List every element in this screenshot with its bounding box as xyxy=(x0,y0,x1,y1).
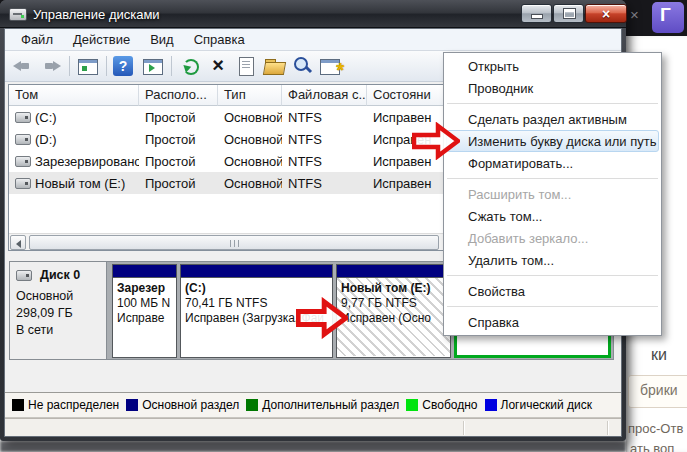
column-header-type[interactable]: Тип xyxy=(218,85,282,106)
statusbar-divider xyxy=(607,421,608,435)
settings-star-icon: * xyxy=(336,59,344,82)
disk-size: 298,09 ГБ xyxy=(16,305,106,322)
column-header-layout[interactable]: Располо... xyxy=(139,85,218,106)
delete-icon[interactable]: × xyxy=(206,54,230,78)
maximize-button[interactable] xyxy=(553,4,584,23)
legend-bar: Не распределен Основной раздел Дополните… xyxy=(5,392,621,418)
menu-item-mark-active[interactable]: Сделать раздел активным xyxy=(446,108,659,130)
disk-name: Диск 0 xyxy=(40,267,80,284)
menu-item-open[interactable]: Открыть xyxy=(446,55,659,77)
back-icon[interactable] xyxy=(11,54,35,78)
menu-item-help[interactable]: Справка xyxy=(184,30,255,49)
page-fragment: ки xyxy=(651,346,667,364)
legend-swatch-free xyxy=(406,399,418,411)
page-fragment: прос-Отв xyxy=(628,421,683,436)
scrollbar-thumb[interactable] xyxy=(29,235,439,250)
legend-item: Логический диск xyxy=(485,398,593,412)
browser-logo-icon[interactable]: Г xyxy=(652,2,684,33)
window-title: Управление дисками xyxy=(33,7,160,22)
disk-drive-icon xyxy=(9,8,27,21)
disk-info[interactable]: Диск 0 Основной 298,09 ГБ В сети xyxy=(10,262,107,359)
page-fragment: ать воп xyxy=(630,441,674,452)
toolbar-separator xyxy=(171,56,172,76)
page-fragment: брики xyxy=(640,382,678,398)
forward-icon[interactable] xyxy=(39,54,63,78)
disk-icon xyxy=(16,270,32,281)
tab-close-icon[interactable]: × xyxy=(630,7,639,22)
disk-status: В сети xyxy=(16,322,106,339)
volume-icon xyxy=(15,112,31,123)
menu-item-explorer[interactable]: Проводник xyxy=(446,77,659,99)
column-header-volume[interactable]: Том xyxy=(9,85,139,106)
legend-item: Дополнительный раздел xyxy=(246,398,399,412)
properties-icon[interactable] xyxy=(234,54,258,78)
minimize-icon xyxy=(532,15,542,18)
menu-item-add-mirror: Добавить зеркало... xyxy=(446,227,659,249)
maximize-icon xyxy=(564,9,575,18)
menu-item-change-drive-letter[interactable]: Изменить букву диска или путь к диску... xyxy=(446,130,659,152)
status-bar xyxy=(5,418,621,436)
menu-separator xyxy=(447,306,658,307)
menu-item-properties[interactable]: Свойства xyxy=(446,280,659,302)
menu-bar: Файл Действие Вид Справка xyxy=(5,29,621,51)
legend-item: Не распределен xyxy=(12,398,119,412)
legend-swatch-unallocated xyxy=(12,399,24,411)
show-console-icon[interactable] xyxy=(141,54,165,78)
volume-icon xyxy=(15,134,31,145)
volume-icon xyxy=(15,178,31,189)
statusbar-divider xyxy=(463,421,464,435)
titlebar[interactable]: Управление дисками × xyxy=(0,0,626,28)
legend-swatch-extended xyxy=(246,399,258,411)
menu-item-format[interactable]: Форматировать... xyxy=(446,152,659,174)
menu-item-view[interactable]: Вид xyxy=(140,30,184,49)
menu-item-extend-volume: Расширить том... xyxy=(446,183,659,205)
settings-icon[interactable]: * xyxy=(318,54,342,78)
toolbar-separator xyxy=(106,56,107,76)
partition-color-band xyxy=(181,265,332,278)
menu-item-action[interactable]: Действие xyxy=(63,30,140,49)
console-window-icon[interactable] xyxy=(76,54,100,78)
legend-item: Основной раздел xyxy=(126,398,239,412)
context-menu: Открыть Проводник Сделать раздел активны… xyxy=(443,52,662,336)
scroll-left-button[interactable] xyxy=(10,235,26,250)
partition-color-band xyxy=(337,265,450,278)
search-icon[interactable] xyxy=(290,54,314,78)
window-shadow xyxy=(0,441,626,452)
close-button[interactable]: × xyxy=(585,4,627,23)
menu-item-help[interactable]: Справка xyxy=(446,311,659,333)
partition-reserved[interactable]: Зарезер 100 МБ N Исправе xyxy=(112,264,177,358)
legend-item: Свободно xyxy=(406,398,477,412)
open-folder-icon[interactable] xyxy=(262,54,286,78)
menu-item-shrink-volume[interactable]: Сжать том... xyxy=(446,205,659,227)
menu-separator xyxy=(447,103,658,104)
refresh-icon[interactable] xyxy=(178,54,202,78)
annotation-arrow-menu xyxy=(412,122,460,160)
legend-swatch-logical xyxy=(485,399,497,411)
menu-separator xyxy=(447,275,658,276)
legend-swatch-primary xyxy=(126,399,138,411)
help-icon[interactable]: ? xyxy=(113,56,133,76)
minimize-button[interactable] xyxy=(521,4,552,23)
menu-item-delete-volume[interactable]: Удалить том... xyxy=(446,249,659,271)
menu-item-file[interactable]: Файл xyxy=(11,30,63,49)
annotation-arrow-partition xyxy=(296,297,348,339)
column-header-filesystem[interactable]: Файловая с... xyxy=(282,85,367,106)
partition-color-band xyxy=(113,265,176,278)
screen: × Г ки брики прос-Отв ать воп Управление… xyxy=(0,0,687,452)
close-icon: × xyxy=(586,5,626,23)
volume-icon xyxy=(15,156,31,167)
disk-type: Основной xyxy=(16,288,106,305)
partition-e-selected[interactable]: Новый том (E:) 9,77 ГБ NTFS Исправен (Ос… xyxy=(336,264,451,358)
toolbar-separator xyxy=(69,56,70,76)
menu-separator xyxy=(447,178,658,179)
